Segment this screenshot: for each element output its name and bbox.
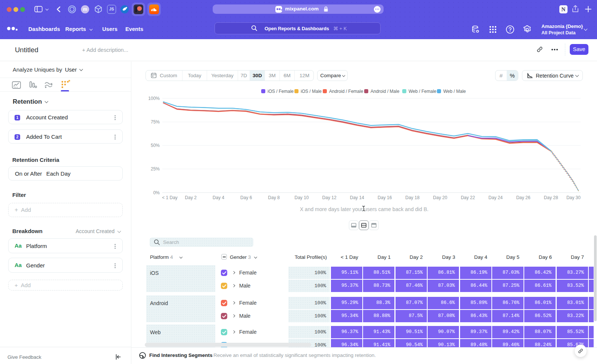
svg-text:75%: 75%: [151, 119, 160, 125]
svg-text:Day 26: Day 26: [516, 195, 530, 200]
svg-text:Day 20: Day 20: [433, 195, 447, 200]
svg-text:Day 30: Day 30: [566, 195, 581, 200]
svg-text:Day 24: Day 24: [488, 195, 503, 200]
svg-text:100%: 100%: [148, 96, 160, 101]
svg-text:50%: 50%: [151, 143, 160, 148]
svg-text:0%: 0%: [153, 190, 160, 195]
svg-text:Day 10: Day 10: [294, 195, 309, 200]
svg-text:Day 8: Day 8: [268, 195, 280, 200]
svg-text:Day 28: Day 28: [544, 195, 558, 200]
svg-text:Day 14: Day 14: [350, 195, 364, 200]
svg-text:Day 16: Day 16: [378, 195, 392, 200]
svg-text:< 1 Day: < 1 Day: [162, 195, 178, 200]
svg-text:25%: 25%: [151, 166, 160, 172]
svg-text:Day 4: Day 4: [213, 195, 225, 200]
svg-text:Day 12: Day 12: [322, 195, 337, 200]
svg-text:Day 6: Day 6: [240, 195, 252, 200]
svg-text:Day 2: Day 2: [185, 195, 197, 200]
svg-text:Day 22: Day 22: [461, 195, 475, 200]
svg-text:Day 18: Day 18: [405, 195, 419, 200]
